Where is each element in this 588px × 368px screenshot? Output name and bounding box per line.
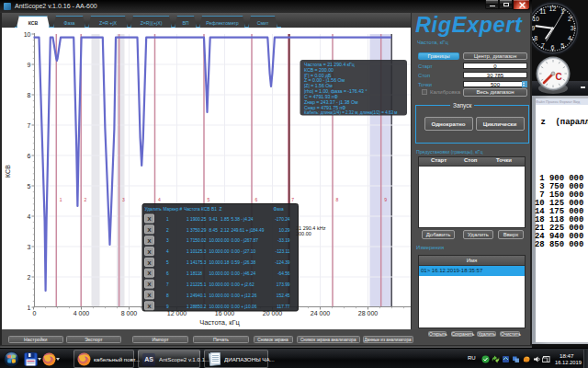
svg-text:0.00: 0.00 [220,282,230,287]
svg-text:В1: В1 [211,207,217,212]
svg-text:2: 2 [568,16,571,22]
svg-text:9: 9 [384,197,387,202]
svg-text:4: 4 [166,249,169,254]
svg-text:Маркер: Маркер [164,207,179,212]
svg-text:1.85: 1.85 [220,217,230,222]
svg-text:152.45: 152.45 [277,293,290,298]
svg-text:0.00: 0.00 [220,271,230,276]
svg-text:Частота: Частота [184,207,200,212]
svg-text:3: 3 [571,25,574,31]
svg-text:КСВ: КСВ [201,207,209,212]
svg-text:0.00 + j2.62: 0.00 + j2.62 [232,282,255,287]
svg-text:Кабель: длина(1/4) = 2.32 м, д: Кабель: длина(1/4) = 2.32 м, длина(1/2) … [304,110,398,115]
svg-text:3: 3 [166,238,169,243]
svg-text:Удалить: Удалить [145,207,163,212]
svg-text:Z: Z [220,207,222,212]
svg-text:0.00 + j10.06: 0.00 + j10.06 [232,305,257,309]
svg-text:8: 8 [28,92,31,98]
svg-text:10: 10 [24,31,31,38]
svg-text:0.00: 0.00 [220,293,230,298]
svg-text:X: X [147,282,151,287]
svg-text:1: 1 [60,197,62,202]
svg-text:8: 8 [534,35,537,41]
svg-text:Частота, кГц: Частота, кГц [199,318,240,327]
svg-text:0.00 - j46.24: 0.00 - j46.24 [232,271,256,276]
svg-text:10: 10 [532,16,539,22]
svg-text:6: 6 [551,44,555,51]
svg-text:7: 7 [541,42,545,49]
svg-text:117.77: 117.77 [277,305,290,309]
svg-text:3: 3 [28,244,31,250]
svg-text:2: 2 [28,274,31,281]
svg-text:8: 8 [166,293,169,298]
svg-text:0.00: 0.00 [220,238,230,243]
svg-text:X: X [147,293,151,298]
svg-text:X: X [147,304,151,309]
svg-text:7: 7 [28,122,31,129]
svg-text:10.00: 10.00 [209,293,220,298]
svg-text:-124.39: -124.39 [275,260,290,265]
svg-text:4: 4 [158,197,161,202]
svg-text:4 000: 4 000 [74,310,90,316]
svg-text:10.00: 10.00 [209,282,220,287]
svg-text:2: 2 [166,228,169,233]
svg-text:Снар = 4791.75 пФ: Снар = 4791.75 пФ [304,105,345,110]
svg-text:10.00: 10.00 [209,305,220,309]
svg-text:11: 11 [539,8,546,15]
svg-text:7: 7 [291,197,294,202]
svg-text:-123.11: -123.11 [276,249,290,254]
svg-text:КСВ: КСВ [5,165,11,178]
svg-text:Фаза: Фаза [274,207,284,212]
svg-text:#: # [180,207,183,212]
svg-text:1 21225.1: 1 21225.1 [187,282,207,287]
svg-text:10.00: 10.00 [209,249,220,254]
svg-text:0: 0 [33,310,37,316]
svg-text:9: 9 [28,62,31,68]
svg-text:1: 1 [166,217,169,222]
svg-text:5: 5 [560,42,564,49]
svg-text:0.00 + j12.26: 0.00 + j12.26 [232,293,257,298]
svg-text:0.00: 0.00 [220,305,230,309]
svg-text:X: X [147,227,151,233]
svg-text:5.38 - j4.24: 5.38 - j4.24 [232,217,254,222]
svg-text:10.00: 10.00 [209,260,220,265]
svg-text:4: 4 [28,213,31,220]
svg-text:8 000: 8 000 [121,310,138,316]
svg-text:1 7150.02: 1 7150.02 [187,238,207,243]
svg-text:X: X [147,238,151,244]
svg-text:2: 2 [85,197,87,202]
svg-text:X: X [147,249,151,255]
svg-text:24 000: 24 000 [311,310,331,316]
svg-text:10.29: 10.29 [278,228,289,233]
svg-text:8: 8 [336,197,339,202]
svg-text:0.00 - j27.10: 0.00 - j27.10 [232,249,256,254]
svg-text:2.12: 2.12 [220,228,230,233]
svg-text:1 1900.25: 1 1900.25 [187,217,207,222]
svg-text:8.45: 8.45 [209,228,219,233]
svg-text:1 10125.3: 1 10125.3 [187,249,207,254]
svg-text:9: 9 [166,305,169,309]
svg-text:0.59 - j26.38: 0.59 - j26.38 [232,260,256,265]
svg-text:-33.19: -33.19 [277,238,290,243]
svg-text:0.18: 0.18 [220,260,230,265]
svg-text:-64.56: -64.56 [277,271,290,276]
svg-text:5: 5 [208,197,210,202]
svg-text:173.99: 173.99 [277,282,290,287]
svg-text:6: 6 [28,153,31,159]
svg-text:0.00 - j267.87: 0.00 - j267.87 [232,238,259,243]
svg-text:X: X [147,270,151,276]
svg-text:12: 12 [549,6,557,12]
svg-text:1 24940.1: 1 24940.1 [187,293,207,298]
svg-text:X: X [147,216,151,222]
svg-text:10.00: 10.00 [209,238,220,243]
svg-text:X: X [147,260,151,266]
svg-text:3: 3 [122,197,125,202]
svg-text:5: 5 [166,260,169,265]
svg-text:0.00: 0.00 [220,249,230,254]
svg-text:1: 1 [28,305,31,311]
svg-text:1 18118: 1 18118 [187,271,202,276]
svg-text:1 28850.2: 1 28850.2 [187,305,207,309]
svg-text:7: 7 [166,282,169,287]
svg-text:28 000: 28 000 [358,310,379,316]
svg-text:10.00: 10.00 [209,271,220,276]
